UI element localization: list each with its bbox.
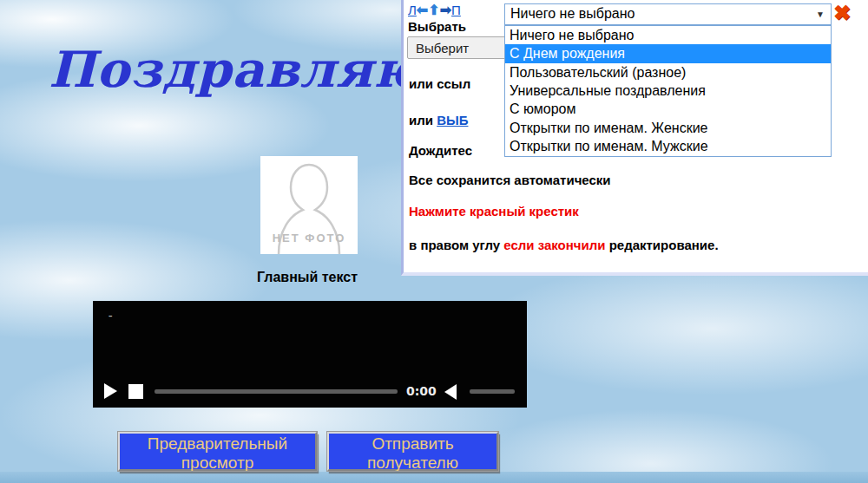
- dropdown-option[interactable]: Открытки по именам. Женские: [505, 119, 831, 137]
- no-photo-label: НЕТ ФОТО: [260, 232, 358, 245]
- nav-right-link[interactable]: П: [451, 3, 461, 17]
- right-arrow-icon[interactable]: ➡: [440, 3, 451, 17]
- choose-file-button[interactable]: Выберит: [407, 36, 511, 59]
- audio-player: - 0:00: [93, 301, 527, 408]
- finish-line-part2: если закончили: [503, 238, 605, 252]
- panel-nav: Л⬅⬆➡П: [408, 2, 461, 18]
- time-display: 0:00: [406, 384, 437, 398]
- progress-bar[interactable]: [155, 389, 398, 394]
- stop-icon[interactable]: [128, 384, 143, 399]
- or-choose-line: или ВЫБ: [409, 113, 468, 127]
- close-icon[interactable]: ✖: [833, 1, 851, 25]
- volume-icon[interactable]: [444, 384, 457, 400]
- dropdown-arrow-icon: ▼: [816, 10, 825, 19]
- or-link-line: или ссыл: [409, 76, 470, 91]
- volume-slider[interactable]: [470, 389, 515, 394]
- send-button[interactable]: Отправить получателю: [327, 432, 498, 471]
- dropdown-option[interactable]: С юмором: [505, 101, 831, 119]
- finish-line-part1: в правом углу: [409, 238, 503, 252]
- dropdown-option-selected[interactable]: С Днем рождения: [505, 44, 831, 62]
- player-track-title: -: [107, 309, 114, 323]
- background-seam: [0, 472, 868, 483]
- category-select-value: Ничего не выбрано: [510, 6, 635, 22]
- wait-line: Дождитес: [409, 143, 472, 158]
- preview-button[interactable]: Предварительный просмотр: [118, 432, 317, 471]
- dropdown-option[interactable]: Универсальные поздравления: [505, 82, 831, 100]
- choose-label: Выбрать: [408, 19, 466, 34]
- or-label: или: [409, 113, 437, 127]
- dropdown-option[interactable]: Ничего не выбрано: [505, 26, 831, 44]
- dropdown-option[interactable]: Открытки по именам. Мужские: [505, 138, 831, 156]
- choose-link[interactable]: ВЫБ: [437, 113, 468, 127]
- autosave-line: Все сохранится автоматически: [409, 173, 611, 187]
- up-arrow-icon[interactable]: ⬆: [428, 3, 439, 17]
- category-dropdown-list: Ничего не выбрано С Днем рождения Пользо…: [504, 25, 832, 157]
- finish-line-part3: редактирование.: [605, 238, 718, 252]
- left-arrow-icon[interactable]: ⬅: [417, 3, 428, 17]
- dropdown-option[interactable]: Пользовательский (разное): [505, 63, 831, 82]
- main-text-label: Главный текст: [257, 270, 358, 285]
- press-cross-line: Нажмите красный крестик: [409, 204, 579, 219]
- category-select[interactable]: Ничего не выбрано ▼: [504, 3, 832, 25]
- photo-placeholder[interactable]: НЕТ ФОТО: [260, 156, 358, 254]
- finish-line: в правом углу если закончили редактирова…: [409, 238, 719, 252]
- play-icon[interactable]: [104, 383, 117, 399]
- nav-left-link[interactable]: Л: [408, 3, 417, 17]
